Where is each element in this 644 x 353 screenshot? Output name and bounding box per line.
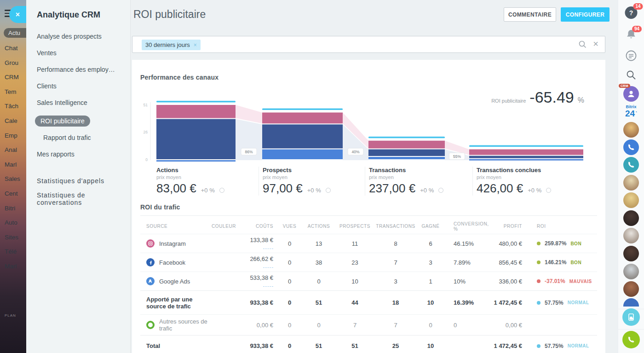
prospects-cell: 23: [351, 259, 358, 266]
sidebar-item[interactable]: Marl: [5, 161, 26, 168]
stat-sublabel: prix moyen: [156, 174, 250, 180]
chip-close-icon[interactable]: ×: [194, 42, 197, 48]
messenger-icon[interactable]: [625, 50, 637, 64]
clear-filter-icon[interactable]: ×: [593, 39, 598, 49]
gagne-cell: 3: [429, 259, 432, 266]
info-icon[interactable]: [438, 188, 443, 193]
profit-cell: 1 472,45 €: [494, 299, 534, 306]
cost-edit-link[interactable]: [263, 265, 273, 268]
panel-close-button[interactable]: ×: [9, 6, 26, 23]
table-row: Facebook266,62 €03823737.89%856,45 €146.…: [140, 253, 597, 272]
panel-item[interactable]: Rapport du trafic: [43, 134, 91, 141]
avatar-7[interactable]: [623, 264, 639, 279]
roi-value: -37.01%: [545, 278, 565, 284]
sidebar-item[interactable]: Chat: [5, 45, 26, 52]
call-blue-icon[interactable]: [623, 139, 639, 155]
actions-cell: 0: [317, 278, 320, 285]
crm-analytics-panel: Analytique CRM Analyse des prospectsVent…: [26, 0, 130, 353]
info-icon[interactable]: [326, 188, 331, 193]
stat-price: 426,00 €: [477, 181, 523, 196]
sidebar-item[interactable]: Bitri: [5, 205, 26, 212]
avatar-5[interactable]: [623, 228, 639, 243]
sidebar-item[interactable]: Emp: [5, 132, 26, 139]
sidebar-item[interactable]: Sites: [5, 234, 26, 241]
cost-edit-link[interactable]: [263, 284, 273, 287]
roi-status-dot: [537, 279, 540, 283]
avatar-8[interactable]: [623, 281, 639, 297]
filter-chip[interactable]: 30 derniers jours×: [142, 40, 201, 50]
info-icon[interactable]: [546, 188, 551, 193]
stat-delta: +0 %: [307, 187, 321, 194]
prospects-cell: 44: [351, 299, 358, 306]
sidebar-item[interactable]: Cent: [5, 190, 26, 197]
sidebar-item[interactable]: Tem: [5, 88, 26, 95]
configure-button[interactable]: CONFIGURER: [561, 7, 610, 22]
stat-sublabel: prix moyen: [477, 174, 587, 180]
search-icon[interactable]: [626, 70, 636, 82]
roi-value: 57.75%: [545, 343, 564, 349]
sidebar-item[interactable]: Cale: [5, 117, 26, 124]
conversion-cell: 0: [444, 322, 457, 329]
facebook-icon: [146, 258, 155, 266]
source-name[interactable]: Autres sources de trafic: [159, 318, 212, 332]
actions-cell: 0: [317, 322, 320, 329]
sidebar-item[interactable]: Télé: [5, 248, 26, 255]
transactions-cell: 7: [394, 259, 397, 266]
profit-cell: 336,00 €: [499, 278, 534, 285]
roi-status-badge: BON: [570, 260, 581, 265]
panel-item[interactable]: Clients: [37, 82, 57, 90]
other-icon: [146, 321, 155, 329]
crm-user-icon[interactable]: CRM: [623, 86, 639, 102]
source-name[interactable]: Instagram: [159, 240, 186, 247]
sidebar-item[interactable]: Actu: [4, 28, 26, 38]
table-row: Autres sources de trafic0,00 €0077000,00…: [140, 314, 597, 335]
badge-count: 14: [633, 3, 643, 10]
cost-value: 933,38 €: [250, 299, 273, 306]
sidebar-item[interactable]: Sales: [5, 175, 26, 182]
sidebar-item[interactable]: Auto: [5, 219, 26, 226]
device-sync-icon[interactable]: [622, 308, 640, 326]
vues-cell: 0: [288, 240, 291, 247]
sidebar-item[interactable]: Grou: [5, 59, 26, 66]
panel-item[interactable]: Ventes: [37, 49, 57, 57]
info-icon[interactable]: [219, 188, 224, 193]
search-icon[interactable]: [579, 41, 586, 50]
panel-item-selected[interactable]: ROI publicitaire: [35, 116, 90, 127]
panel-item[interactable]: Analyse des prospects: [37, 33, 102, 40]
bitrix24-logo[interactable]: Bitrix24◔: [625, 105, 637, 118]
panel-item[interactable]: Sales Intelligence: [37, 99, 87, 106]
avatar-3[interactable]: [623, 192, 639, 208]
avatar-6[interactable]: [623, 246, 639, 261]
sidebar-item[interactable]: Anal: [5, 146, 26, 153]
svg-text:40%: 40%: [351, 150, 359, 154]
panel-item[interactable]: Statistiques d'appels: [37, 177, 104, 185]
column-header: PROFIT: [504, 224, 534, 229]
transactions-cell: 18: [392, 299, 399, 306]
sidebar-item[interactable]: CRM: [5, 74, 26, 81]
page-title: ROI publicitaire: [133, 8, 206, 21]
notifications-icon[interactable]: 94: [626, 29, 636, 42]
avatar-1[interactable]: [623, 122, 639, 138]
call-teal-icon[interactable]: [623, 157, 639, 173]
cost-edit-link[interactable]: [263, 246, 273, 249]
vues-cell: 0: [288, 322, 291, 329]
avatar-2[interactable]: [623, 175, 639, 191]
sidebar-item[interactable]: Tâch: [5, 103, 26, 110]
panel-item[interactable]: Performance des employ…: [37, 66, 115, 73]
stat-price: 83,00 €: [156, 181, 196, 196]
panel-item[interactable]: Mes rapports: [37, 150, 75, 158]
avatar-4[interactable]: [623, 210, 639, 226]
roi-status-dot: [537, 344, 540, 348]
avatar-partial[interactable]: [623, 298, 639, 307]
main-content: ROI publicitaire COMMENTAIRE CONFIGURER …: [130, 0, 618, 353]
comment-button[interactable]: COMMENTAIRE: [504, 7, 556, 22]
call-green-icon[interactable]: [622, 331, 640, 348]
source-name[interactable]: Facebook: [159, 259, 185, 266]
roi-value: 146.21%: [545, 259, 566, 266]
sidebar-item[interactable]: Marl: [5, 263, 26, 270]
source-name[interactable]: Google Ads: [159, 278, 190, 285]
filter-bar[interactable]: 30 derniers jours× ×: [132, 36, 605, 53]
panel-item[interactable]: Statistiques de conversations: [37, 191, 130, 206]
googleads-icon: [146, 277, 155, 285]
help-icon[interactable]: ?14: [625, 6, 638, 19]
